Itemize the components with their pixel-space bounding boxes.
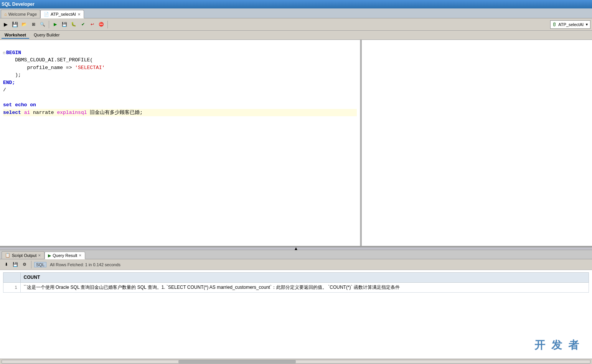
run-button[interactable]: ▶ xyxy=(2,20,10,29)
connection-dropdown[interactable]: 🛢 ATP_selectAI ▼ xyxy=(550,20,590,29)
toolbar: ▶ 💾 📂 ⊞ 🔍 ▶ 💾 🐛 ✔ ↩ ⛔ 🛢 ATP_selectAI ▼ xyxy=(0,18,592,31)
result-text: ``这是一个使用 Oracle SQL 查询旧金山已婚客户数量的 SQL 查询。… xyxy=(24,285,400,290)
connection-label: ATP_selectAI xyxy=(558,22,584,27)
script-output-label: Script Output xyxy=(12,253,36,258)
tab-bar: ⌂ Welcome Page 📄 ATP_selectAI ✕ xyxy=(0,8,592,18)
bottom-toolbar: ⬇ 💾 ⚙ SQL All Rows Fetched: 1 in 0.142 s… xyxy=(0,259,592,270)
sql-icon: 📄 xyxy=(44,12,49,17)
row-num-header xyxy=(3,273,21,283)
table-row: 1 ``这是一个使用 Oracle SQL 查询旧金山已婚客户数量的 SQL 查… xyxy=(3,283,589,293)
close-icon[interactable]: ✕ xyxy=(78,12,81,16)
download-button[interactable]: ⬇ xyxy=(2,261,10,268)
sub-toolbar: Worksheet Query Builder xyxy=(0,31,592,40)
line-3-param: profile_name => xyxy=(27,65,75,71)
line-4-paren: ); xyxy=(15,72,21,78)
script-output-icon: 📋 xyxy=(5,253,10,258)
line-2-func: DBMS_CLOUD_AI.SET_PROFILE( xyxy=(15,57,93,63)
result-settings-button[interactable]: ⚙ xyxy=(21,261,28,268)
set-echo: set echo on xyxy=(3,102,36,108)
tab-atp-label: ATP_selectAI xyxy=(51,12,76,16)
toolbar-sep-bottom xyxy=(31,261,31,268)
query-result-icon: ▶ xyxy=(48,253,51,258)
open-button[interactable]: 📂 xyxy=(20,20,28,29)
result-table: COUNT 1 ``这是一个使用 Oracle SQL 查询旧金山已婚客户数量的… xyxy=(3,272,589,293)
query-builder-tab[interactable]: Query Builder xyxy=(31,32,63,39)
worksheet-tab-label: Worksheet xyxy=(5,33,26,37)
save-all-button[interactable]: 💾 xyxy=(60,20,69,29)
query-result-close-icon[interactable]: ✕ xyxy=(79,254,82,257)
slash: / xyxy=(3,87,6,93)
editor-right xyxy=(362,40,592,246)
cancel-button[interactable]: ⛔ xyxy=(97,20,106,29)
title-bar: SQL Developer xyxy=(0,0,592,8)
row-number: 1 xyxy=(3,283,21,293)
rollback-button[interactable]: ↩ xyxy=(88,20,96,29)
query-result-label: Query Result xyxy=(53,253,77,258)
database-icon: 🛢 xyxy=(552,22,557,27)
highlighted-line[interactable]: select ai narrate explainsql 旧金山有多少顾客已婚; xyxy=(3,109,357,117)
tab-welcome-label: Welcome Page xyxy=(8,12,37,16)
scroll-thumb[interactable] xyxy=(178,360,296,363)
bottom-panel: 📋 Script Output ✕ ▶ Query Result ✕ ⬇ 💾 ⚙… xyxy=(0,250,592,364)
main-area: ⊟BEGIN DBMS_CLOUD_AI.SET_PROFILE( profil… xyxy=(0,40,592,364)
debug-button[interactable]: 🐛 xyxy=(69,20,78,29)
separator-1 xyxy=(49,21,49,28)
query-builder-tab-label: Query Builder xyxy=(34,33,59,37)
drag-handle[interactable]: ▲ xyxy=(0,247,592,250)
save-button[interactable]: 💾 xyxy=(11,20,19,29)
search-button[interactable]: 🔍 xyxy=(38,20,47,29)
app-title: SQL Developer xyxy=(2,2,35,7)
bottom-tab-bar: 📋 Script Output ✕ ▶ Query Result ✕ xyxy=(0,250,592,259)
script-output-close-icon[interactable]: ✕ xyxy=(38,254,41,257)
end-keyword: END; xyxy=(3,80,15,86)
chinese-query: 旧金山有多少顾客已婚; xyxy=(90,110,143,115)
line-3-value: 'SELECTAI' xyxy=(75,65,105,71)
refresh-button[interactable]: ⊞ xyxy=(29,20,38,29)
narrate-kw: narrate xyxy=(33,110,54,115)
result-content[interactable]: COUNT 1 ``这是一个使用 Oracle SQL 查询旧金山已婚客户数量的… xyxy=(0,270,592,359)
code-area[interactable]: ⊟BEGIN DBMS_CLOUD_AI.SET_PROFILE( profil… xyxy=(0,40,360,246)
save-result-button[interactable]: 💾 xyxy=(12,261,19,268)
ai-kw: ai xyxy=(24,110,30,115)
all-rows-label: All Rows Fetched: 1 in 0.142 seconds xyxy=(48,262,122,267)
home-icon: ⌂ xyxy=(4,12,7,16)
count-column-header: COUNT xyxy=(20,273,589,283)
tab-welcome[interactable]: ⌂ Welcome Page xyxy=(1,10,40,18)
query-result-tab[interactable]: ▶ Query Result ✕ xyxy=(45,252,85,259)
chevron-down-icon: ▼ xyxy=(585,23,589,26)
select-kw: select xyxy=(3,110,21,115)
script-output-tab[interactable]: 📋 Script Output ✕ xyxy=(2,251,45,259)
begin-keyword: BEGIN xyxy=(6,50,21,56)
run-script-button[interactable]: ▶ xyxy=(51,20,59,29)
horizontal-scrollbar[interactable] xyxy=(0,359,592,364)
editor-left[interactable]: ⊟BEGIN DBMS_CLOUD_AI.SET_PROFILE( profil… xyxy=(0,40,360,246)
explainsql-kw: explainsql xyxy=(57,110,87,115)
worksheet-tab[interactable]: Worksheet xyxy=(2,32,29,39)
commit-button[interactable]: ✔ xyxy=(79,20,87,29)
collapse-btn[interactable]: ⊟ xyxy=(3,51,5,55)
result-text-cell: ``这是一个使用 Oracle SQL 查询旧金山已婚客户数量的 SQL 查询。… xyxy=(20,283,589,293)
editor-panel: ⊟BEGIN DBMS_CLOUD_AI.SET_PROFILE( profil… xyxy=(0,40,592,247)
separator-2 xyxy=(107,21,108,28)
tab-atp[interactable]: 📄 ATP_selectAI ✕ xyxy=(40,10,84,18)
scroll-track[interactable] xyxy=(2,360,590,364)
sql-label[interactable]: SQL xyxy=(34,262,46,267)
